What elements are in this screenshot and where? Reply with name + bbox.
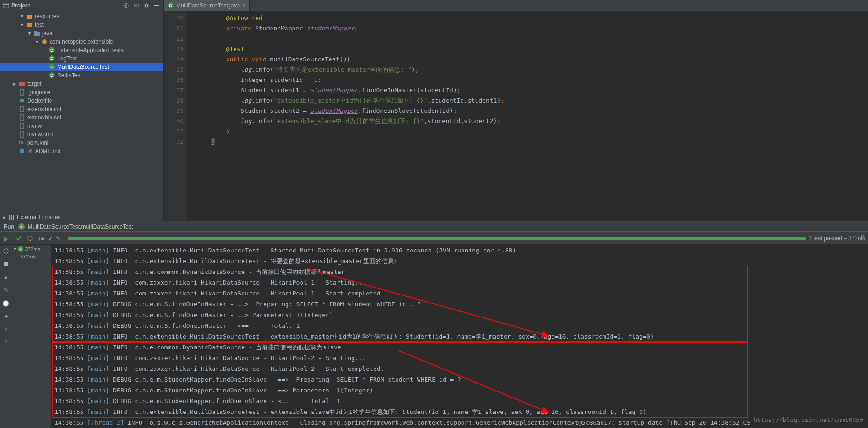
svg-rect-10 <box>20 115 24 120</box>
rerun-icon[interactable] <box>2 235 10 244</box>
debug-icon[interactable] <box>2 247 10 255</box>
tree-sql[interactable]: extensible.sql <box>0 113 163 122</box>
svg-point-6 <box>42 39 47 44</box>
svg-rect-8 <box>20 99 24 102</box>
svg-rect-16 <box>13 215 14 220</box>
code-editor[interactable]: 20212223242526272829303132 @Autowired pr… <box>164 11 868 221</box>
collapse-all-icon[interactable]: ⤡ <box>56 235 60 242</box>
collapse-icon[interactable] <box>132 2 140 9</box>
svg-rect-0 <box>3 3 9 8</box>
nav-icon[interactable]: ≡ <box>2 273 10 281</box>
svg-rect-20 <box>4 262 8 266</box>
filter-icon[interactable] <box>26 234 34 243</box>
project-icon <box>3 2 9 9</box>
svg-point-3 <box>125 5 127 6</box>
svg-rect-11 <box>20 123 24 129</box>
svg-rect-9 <box>20 106 24 112</box>
editor-area: C MutilDataSourceTest.java × 20212223242… <box>164 0 868 221</box>
test-tree[interactable]: ▾✓372ms 372ms <box>12 245 51 428</box>
console-output[interactable]: 14:38:55 [main] INFO c.n.extensible.Muti… <box>51 245 868 428</box>
hide-icon[interactable] <box>153 2 161 9</box>
run-bar: Run: ▸ MutilDataSourceTest.mutilDataSour… <box>0 221 868 231</box>
tree-mutil[interactable]: CMutilDataSourceTest <box>0 63 163 71</box>
svg-rect-14 <box>9 215 10 220</box>
gear-icon[interactable] <box>143 2 150 9</box>
tree-test[interactable]: ▾test <box>0 21 163 29</box>
close-red-icon[interactable]: ✕ <box>2 325 10 334</box>
test-node-leaf[interactable]: 372ms <box>12 253 51 260</box>
svg-point-4 <box>145 4 148 7</box>
tree-package[interactable]: ▾com.netopstec.extensible <box>0 37 163 46</box>
tree-readme[interactable]: README.md <box>0 147 163 155</box>
check-icon[interactable] <box>15 234 23 243</box>
console-panel: ↓≡ ⤢ ⤡ 1 test passed – 372ms ≡ ⇲ 🕐 ✦ ✕ ?… <box>0 231 868 428</box>
external-libraries[interactable]: ▸ External Libraries <box>0 213 163 221</box>
sort-icon[interactable]: ↓≡ <box>37 234 45 243</box>
tree-redistest[interactable]: CRedisTest <box>0 71 163 80</box>
editor-tab[interactable]: C MutilDataSourceTest.java × <box>164 0 250 11</box>
tree-iml[interactable]: extensible.iml <box>0 105 163 113</box>
tree-target[interactable]: ▸target <box>0 80 163 88</box>
console-gear-icon[interactable] <box>860 233 866 241</box>
run-config-icon: ▸ <box>18 223 25 230</box>
project-tree[interactable]: ▾resources▾test▾java▾com.netopstec.exten… <box>0 11 163 213</box>
tree-ext-tests[interactable]: CExtensibleApplicationTests <box>0 46 163 54</box>
tree-pom[interactable]: mpom.xml <box>0 139 163 147</box>
svg-rect-13 <box>20 149 24 153</box>
library-icon <box>8 214 15 221</box>
svg-rect-12 <box>20 132 24 137</box>
svg-rect-15 <box>11 215 12 220</box>
export-icon[interactable]: ⇲ <box>2 286 10 295</box>
test-node-root[interactable]: ▾✓372ms <box>12 245 51 253</box>
project-panel: Project ▾resources▾test▾java▾com.netopst… <box>0 0 164 221</box>
project-title: Project <box>11 2 122 9</box>
stop-icon[interactable] <box>2 260 10 268</box>
svg-point-19 <box>4 249 8 253</box>
expand-icon[interactable]: ⤢ <box>48 235 53 242</box>
history-icon[interactable]: 🕐 <box>2 299 10 308</box>
svg-rect-5 <box>154 5 159 6</box>
tree-mvnw[interactable]: mvnw <box>0 122 163 130</box>
help-icon[interactable]: ? <box>2 339 10 347</box>
tree-java[interactable]: ▾java <box>0 29 163 37</box>
wand-icon[interactable]: ✦ <box>2 312 10 321</box>
target-icon[interactable] <box>122 2 130 9</box>
svg-point-18 <box>28 236 32 241</box>
class-icon: C <box>168 2 174 8</box>
tree-dockerfile[interactable]: Dockerfile <box>0 96 163 105</box>
tree-resources[interactable]: ▾resources <box>0 12 163 21</box>
test-result-text: 1 test passed – 372ms <box>809 235 865 242</box>
test-progress-bar <box>68 237 806 240</box>
tree-logtest[interactable]: CLogTest <box>0 54 163 63</box>
tree-mvnwcmd[interactable]: mvnw.cmd <box>0 130 163 139</box>
svg-rect-7 <box>20 89 24 95</box>
close-icon[interactable]: × <box>242 2 245 9</box>
svg-point-17 <box>861 235 864 237</box>
tree-gitignore[interactable]: .gitignore <box>0 88 163 96</box>
